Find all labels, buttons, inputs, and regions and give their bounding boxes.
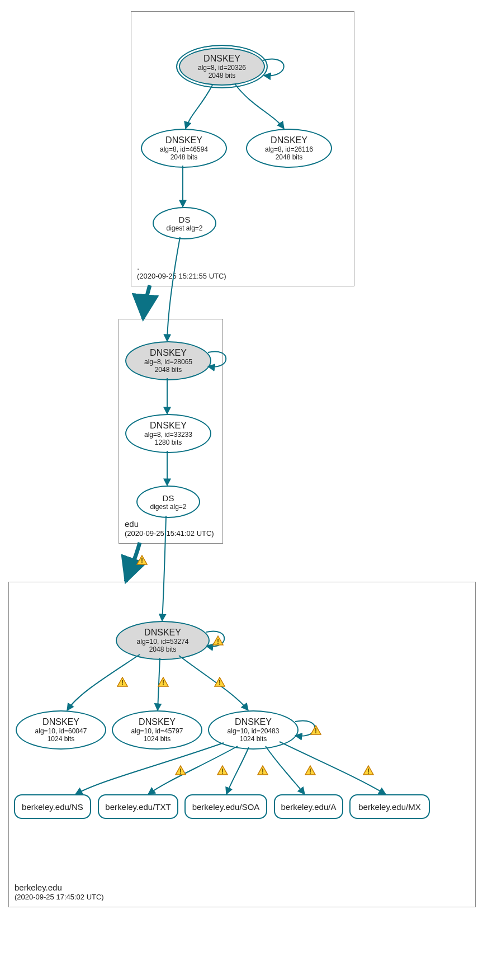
node-edu-ksk: DNSKEY alg=8, id=28065 2048 bits — [125, 341, 211, 380]
node-rr-mx: berkeley.edu/MX — [349, 794, 430, 819]
zone-berkeley-ts: (2020-09-25 17:45:02 UTC) — [15, 893, 104, 902]
root-ksk-title: DNSKEY — [203, 54, 240, 64]
zone-berkeley-label: berkeley.edu (2020-09-25 17:45:02 UTC) — [15, 882, 104, 902]
warning-icon: ! — [136, 555, 148, 565]
bk-zsk3-alg: alg=10, id=20483 — [228, 727, 280, 735]
rr-soa-label: berkeley.edu/SOA — [192, 802, 260, 812]
node-root-ksk: DNSKEY alg=8, id=20326 2048 bits — [176, 45, 268, 88]
edu-ds-alg: digest alg=2 — [150, 503, 186, 511]
zone-root-ts: (2020-09-25 15:21:55 UTC) — [137, 272, 226, 281]
root-zsk1-bits: 2048 bits — [171, 153, 198, 161]
bk-ksk-title: DNSKEY — [144, 628, 181, 638]
node-edu-zsk: DNSKEY alg=8, id=33233 1280 bits — [125, 414, 211, 453]
bk-zsk1-alg: alg=10, id=60047 — [35, 727, 87, 735]
rr-ns-label: berkeley.edu/NS — [22, 802, 83, 812]
root-zsk1-title: DNSKEY — [165, 135, 202, 145]
root-zsk2-bits: 2048 bits — [276, 153, 303, 161]
rr-mx-label: berkeley.edu/MX — [358, 802, 420, 812]
bk-zsk2-bits: 1024 bits — [144, 735, 171, 743]
node-bk-zsk3: DNSKEY alg=10, id=20483 1024 bits — [208, 710, 299, 750]
node-bk-ksk: DNSKEY alg=10, id=53274 2048 bits — [116, 621, 210, 660]
root-zsk2-alg: alg=8, id=26116 — [265, 145, 313, 153]
root-ksk-alg: alg=8, id=20326 — [198, 64, 246, 72]
bk-zsk1-bits: 1024 bits — [48, 735, 75, 743]
node-root-zsk2: DNSKEY alg=8, id=26116 2048 bits — [246, 129, 332, 168]
node-rr-ns: berkeley.edu/NS — [14, 794, 91, 819]
bk-zsk2-title: DNSKEY — [139, 717, 176, 727]
root-zsk2-title: DNSKEY — [271, 135, 307, 145]
node-root-zsk1: DNSKEY alg=8, id=46594 2048 bits — [141, 129, 227, 168]
edu-zsk-bits: 1280 bits — [155, 439, 182, 446]
zone-root-name: . — [137, 261, 226, 272]
node-rr-soa: berkeley.edu/SOA — [184, 794, 267, 819]
root-zsk1-alg: alg=8, id=46594 — [160, 145, 208, 153]
rr-a-label: berkeley.edu/A — [281, 802, 337, 812]
zone-root-label: . (2020-09-25 15:21:55 UTC) — [137, 261, 226, 281]
bk-zsk3-title: DNSKEY — [235, 717, 272, 727]
bk-ksk-alg: alg=10, id=53274 — [137, 638, 189, 646]
edu-zsk-title: DNSKEY — [150, 421, 187, 431]
node-bk-zsk2: DNSKEY alg=10, id=45797 1024 bits — [112, 710, 202, 750]
bk-zsk2-alg: alg=10, id=45797 — [131, 727, 183, 735]
rr-txt-label: berkeley.edu/TXT — [105, 802, 171, 812]
node-edu-ds: DS digest alg=2 — [136, 486, 200, 518]
zone-edu-name: edu — [125, 519, 214, 530]
root-ds-alg: digest alg=2 — [166, 224, 202, 232]
zone-berkeley-name: berkeley.edu — [15, 882, 104, 893]
edu-ksk-alg: alg=8, id=28065 — [144, 358, 192, 366]
svg-text:!: ! — [141, 557, 143, 565]
node-bk-zsk1: DNSKEY alg=10, id=60047 1024 bits — [16, 710, 106, 750]
edu-zsk-alg: alg=8, id=33233 — [144, 431, 192, 439]
edu-ksk-bits: 2048 bits — [155, 366, 182, 374]
root-ksk-bits: 2048 bits — [209, 72, 236, 79]
edu-ds-title: DS — [163, 493, 174, 503]
node-rr-a: berkeley.edu/A — [274, 794, 343, 819]
bk-zsk3-bits: 1024 bits — [240, 735, 267, 743]
bk-zsk1-title: DNSKEY — [42, 717, 79, 727]
zone-edu-ts: (2020-09-25 15:41:02 UTC) — [125, 529, 214, 539]
bk-ksk-bits: 2048 bits — [149, 646, 177, 653]
node-root-ds: DS digest alg=2 — [153, 207, 216, 239]
root-ds-title: DS — [179, 215, 191, 224]
zone-edu-label: edu (2020-09-25 15:41:02 UTC) — [125, 519, 214, 539]
node-rr-txt: berkeley.edu/TXT — [98, 794, 178, 819]
edu-ksk-title: DNSKEY — [150, 348, 187, 358]
